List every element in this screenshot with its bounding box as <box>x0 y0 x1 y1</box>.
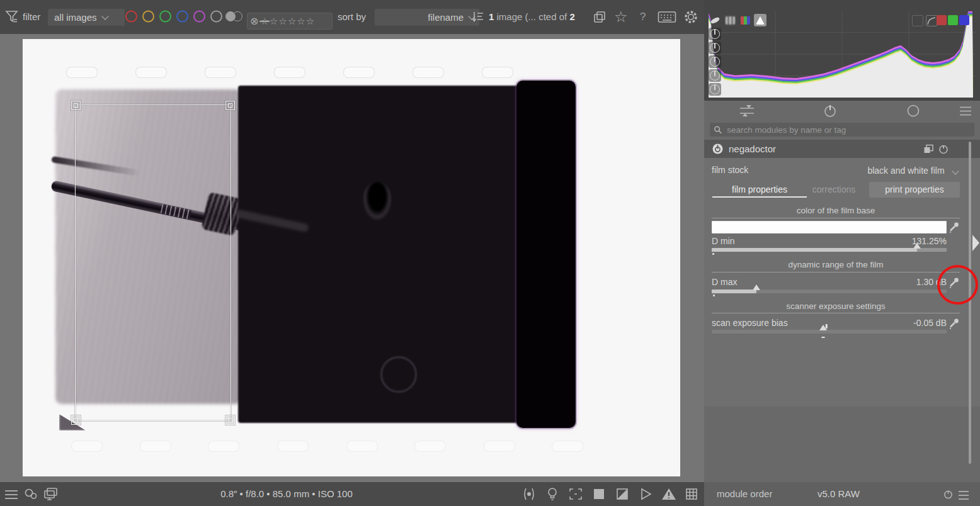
duplicates-icon[interactable] <box>24 488 38 500</box>
module-order-presets-icon[interactable] <box>959 491 969 497</box>
film-base-color-swatch[interactable] <box>712 221 947 233</box>
bias-value: -0.05 dB <box>913 318 947 328</box>
module-order-label: module order <box>717 482 772 506</box>
focus-peaking-icon[interactable] <box>568 487 583 501</box>
image-canvas[interactable] <box>23 39 680 476</box>
color-picker-icon[interactable] <box>949 222 960 233</box>
rating-filter[interactable]: ⊗ ☆ ☆ ☆ ☆ ☆ ☆ <box>247 13 333 30</box>
active-modules-icon[interactable] <box>739 104 755 118</box>
overexposure-warning-icon[interactable] <box>615 487 629 501</box>
right-panel: negadoctor film stock black and white fi… <box>704 0 980 506</box>
tab-corrections[interactable]: corrections <box>807 182 861 198</box>
multi-instance-icon[interactable] <box>923 144 934 154</box>
second-window-icon[interactable] <box>43 487 59 501</box>
section-color-of-film-base: color of the film base <box>712 206 960 215</box>
guides-grid-icon[interactable] <box>685 487 698 501</box>
film-holder-mark <box>482 67 513 78</box>
star-icon[interactable]: ☆ <box>306 16 314 26</box>
panel-menu-icon[interactable] <box>5 490 18 499</box>
reset-icon[interactable] <box>943 490 953 499</box>
scope-dial-icon[interactable] <box>709 83 721 96</box>
sample-selection-rect[interactable] <box>75 104 231 421</box>
selection-handle-tl[interactable] <box>71 101 81 110</box>
scale-curve-toggle[interactable] <box>926 15 937 26</box>
color-label-gray[interactable] <box>210 11 222 23</box>
blue-channel-toggle[interactable] <box>959 15 969 25</box>
dmin-handle[interactable] <box>913 243 921 249</box>
color-label-blue[interactable] <box>176 11 188 23</box>
histogram-mode-icon[interactable] <box>754 14 766 26</box>
filter-icon[interactable] <box>5 10 20 25</box>
negadoctor-header[interactable]: negadoctor <box>704 140 980 158</box>
exposed-frame <box>238 86 520 423</box>
star-icon[interactable]: ☆ <box>270 16 278 26</box>
dmin-label: D min <box>712 236 735 246</box>
film-holder-mark <box>484 441 515 452</box>
dmax-handle[interactable] <box>753 284 760 290</box>
tab-print-properties[interactable]: print properties <box>869 182 960 198</box>
scope-dial-icon[interactable] <box>709 69 721 82</box>
module-order-value[interactable]: v5.0 RAW <box>818 482 860 506</box>
star-overlay-icon[interactable]: ☆ <box>614 0 628 34</box>
color-label-yellow[interactable] <box>142 11 154 23</box>
scope-dial-icon[interactable] <box>709 28 721 40</box>
color-label-toggle-icon[interactable] <box>225 11 244 21</box>
dmax-picker-icon[interactable] <box>949 277 960 288</box>
film-holder-mark <box>205 67 236 78</box>
bias-default-dash <box>822 337 825 339</box>
search-input[interactable] <box>726 125 971 135</box>
star-icon[interactable]: ☆ <box>297 16 305 26</box>
star-zero-icon[interactable]: ☆ <box>260 16 268 26</box>
focus-group-icon[interactable] <box>906 103 921 118</box>
softproof-icon[interactable] <box>639 487 652 501</box>
dmax-slider[interactable] <box>712 290 947 293</box>
presets-menu-icon[interactable] <box>960 107 971 115</box>
star-icon[interactable]: ☆ <box>278 16 287 26</box>
parade-mode-icon[interactable] <box>739 14 751 26</box>
shortcuts-keyboard-icon[interactable] <box>658 11 676 23</box>
dmin-fill <box>712 248 917 252</box>
reset-icon[interactable] <box>938 144 949 154</box>
scope-dial-icon[interactable] <box>709 42 721 54</box>
top-toolbar: filter all images ⊗ ☆ ☆ ☆ ☆ ☆ ☆ sort by … <box>0 0 704 34</box>
film-holder-mark <box>66 67 98 78</box>
sort-direction-icon[interactable] <box>471 10 485 24</box>
panel-collapse-arrow-icon[interactable] <box>972 235 979 251</box>
sort-dropdown[interactable]: filename <box>375 9 479 26</box>
power-group-icon[interactable] <box>823 103 838 118</box>
green-channel-toggle[interactable] <box>948 15 958 25</box>
selection-handle-tr[interactable] <box>225 101 235 110</box>
collection-dropdown[interactable]: all images <box>48 9 125 26</box>
selection-handle-bl[interactable] <box>71 415 81 425</box>
film-stock-dropdown[interactable]: black and white film <box>867 165 958 176</box>
bias-picker-icon[interactable] <box>949 318 960 329</box>
star-icon[interactable]: ☆ <box>288 16 296 26</box>
dmin-slider[interactable] <box>712 248 947 252</box>
selection-handle-br[interactable] <box>225 415 235 425</box>
tab-film-properties[interactable]: film properties <box>721 182 798 198</box>
bias-handle-flag <box>826 324 828 329</box>
scope-dial-icon[interactable] <box>709 55 721 68</box>
channel-blank-toggle[interactable] <box>912 15 923 26</box>
module-group-bar <box>704 103 980 119</box>
search-icon <box>714 125 722 134</box>
grouping-icon[interactable] <box>592 9 607 25</box>
vectorscope-mode-icon[interactable] <box>709 14 721 26</box>
module-search[interactable] <box>710 123 974 137</box>
reject-icon[interactable]: ⊗ <box>250 16 258 26</box>
darktable-darkroom: { "topbar": { "filter_label": "filter", … <box>0 0 980 506</box>
iso12646-lamp-icon[interactable] <box>545 486 559 502</box>
panel-scrollbar[interactable] <box>969 142 971 464</box>
color-label-red[interactable] <box>125 11 137 23</box>
gamut-check-icon[interactable] <box>592 487 606 501</box>
bias-slider[interactable] <box>712 330 947 334</box>
color-label-green[interactable] <box>159 11 171 23</box>
raw-warning-icon[interactable] <box>661 487 676 501</box>
help-icon[interactable]: ? <box>640 0 646 34</box>
module-power-icon[interactable] <box>712 143 723 154</box>
color-label-purple[interactable] <box>193 11 205 23</box>
waveform-mode-icon[interactable] <box>724 14 736 26</box>
red-channel-toggle[interactable] <box>937 15 947 25</box>
preferences-gear-icon[interactable] <box>683 9 699 25</box>
color-assessment-icon[interactable] <box>521 486 537 502</box>
